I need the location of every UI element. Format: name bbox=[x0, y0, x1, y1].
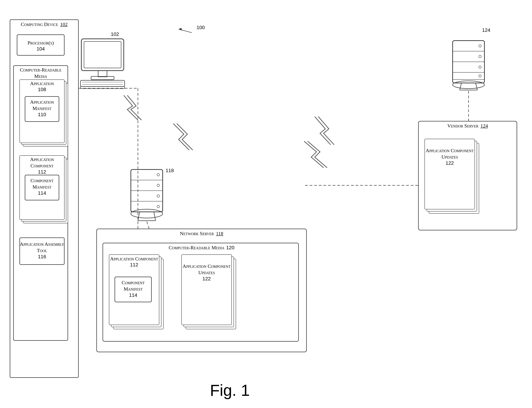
computing-device-label: Computing Device 102 bbox=[12, 21, 76, 27]
svg-rect-5 bbox=[81, 39, 124, 71]
svg-point-35 bbox=[479, 66, 481, 68]
ref-124-icon: 124 bbox=[477, 27, 495, 33]
crm120-label: Computer-Readable Media 120 bbox=[145, 245, 258, 251]
appcomp112-label: Application Component 112 bbox=[19, 156, 64, 175]
svg-rect-6 bbox=[84, 42, 121, 68]
network-server-label: Network Server 118 bbox=[142, 230, 262, 237]
svg-point-33 bbox=[479, 45, 481, 47]
svg-point-37 bbox=[453, 81, 484, 89]
ref-102-icon: 102 bbox=[106, 31, 124, 37]
ns-appcomp112-label: Application Component 112 bbox=[109, 256, 159, 268]
svg-rect-8 bbox=[91, 76, 114, 80]
ns-comp-manifest-114-label: Component Manifest 114 bbox=[115, 280, 152, 298]
app-manifest-110-label: Application Manifest 110 bbox=[25, 99, 59, 117]
svg-marker-4 bbox=[178, 28, 182, 31]
svg-rect-12 bbox=[80, 86, 125, 89]
svg-line-3 bbox=[178, 29, 192, 33]
svg-line-24 bbox=[154, 212, 156, 221]
aat116-label: Application Assembly Tool 116 bbox=[19, 241, 64, 260]
svg-point-21 bbox=[157, 205, 160, 208]
svg-point-18 bbox=[157, 174, 160, 176]
processor-label: Processor(s) 104 bbox=[17, 40, 64, 52]
ref-118-icon: 118 bbox=[161, 168, 178, 173]
app108-label: Application 108 bbox=[19, 80, 64, 92]
diagram: Computing Device 102 Processor(s) 104 Co… bbox=[0, 0, 532, 408]
ref-100: 100 bbox=[190, 25, 211, 30]
fig-label: Fig. 1 bbox=[159, 381, 301, 400]
svg-point-36 bbox=[479, 75, 481, 77]
svg-line-39 bbox=[476, 83, 477, 90]
svg-point-22 bbox=[131, 209, 163, 218]
svg-line-38 bbox=[460, 83, 461, 90]
svg-rect-28 bbox=[453, 41, 484, 83]
vs-acu122-label: Application Component Updates 122 bbox=[425, 147, 475, 166]
vendor-server-label: Vendor Server 124 bbox=[419, 123, 516, 129]
svg-line-23 bbox=[138, 212, 140, 221]
comp-manifest-114-label: Component Manifest 114 bbox=[25, 178, 59, 196]
svg-point-19 bbox=[157, 184, 160, 187]
ns-acu122-label: Application Component Updates 122 bbox=[181, 263, 232, 281]
svg-point-20 bbox=[157, 195, 160, 197]
svg-rect-7 bbox=[98, 71, 107, 77]
svg-rect-9 bbox=[80, 80, 125, 86]
svg-rect-13 bbox=[131, 170, 163, 212]
svg-point-34 bbox=[479, 55, 481, 58]
